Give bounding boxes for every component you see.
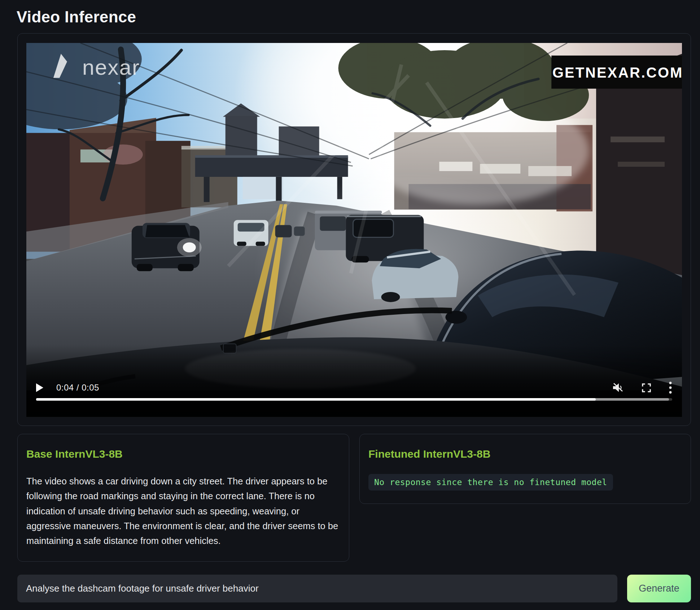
menu-button[interactable]: [669, 382, 672, 394]
progress-played: [36, 398, 596, 401]
nexar-watermark-text: nexar: [82, 55, 140, 79]
video-controls-bar: 0:04 / 0:05: [26, 345, 682, 417]
getnexar-badge-text: GETNEXAR.COM: [552, 65, 682, 80]
finetuned-model-code: No response since there is no finetuned …: [368, 474, 613, 491]
kebab-menu-icon: [669, 382, 672, 394]
base-model-response: The video shows a car driving down a cit…: [26, 474, 340, 548]
finetuned-model-panel: Finetuned InternVL3-8B No response since…: [359, 434, 691, 504]
fullscreen-corners-icon: [641, 383, 652, 393]
base-model-title: Base InternVL3-8B: [26, 448, 340, 460]
base-model-panel: Base InternVL3-8B The video shows a car …: [17, 434, 349, 562]
fullscreen-button[interactable]: [641, 383, 652, 393]
progress-bar[interactable]: [36, 398, 672, 401]
play-button[interactable]: [36, 383, 43, 392]
prompt-input[interactable]: [17, 575, 617, 602]
video-card: nexar GETNEXAR.COM 0:04 / 0:05: [17, 33, 691, 426]
mute-button[interactable]: [612, 382, 624, 393]
muted-speaker-icon: [612, 382, 624, 393]
time-display: 0:04 / 0:05: [56, 383, 99, 393]
finetuned-model-title: Finetuned InternVL3-8B: [368, 448, 682, 460]
page-title: Video Inference: [17, 8, 700, 26]
results-row: Base InternVL3-8B The video shows a car …: [17, 434, 691, 562]
video-player[interactable]: nexar GETNEXAR.COM 0:04 / 0:05: [26, 43, 682, 417]
prompt-row: Generate: [17, 575, 691, 602]
getnexar-badge: GETNEXAR.COM: [551, 56, 682, 89]
generate-button[interactable]: Generate: [627, 575, 691, 602]
